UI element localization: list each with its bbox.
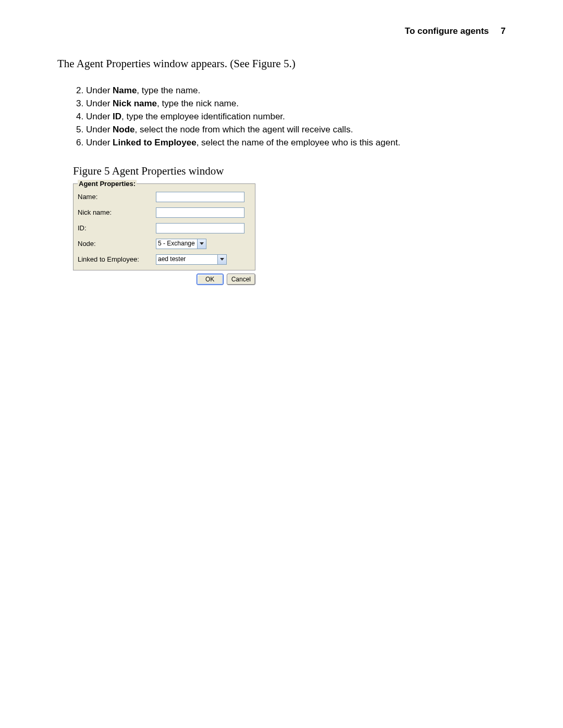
step-pre: Under	[86, 125, 113, 134]
ok-button[interactable]: OK	[197, 274, 224, 285]
name-input[interactable]	[156, 192, 244, 202]
step-post: , type the employee identification numbe…	[121, 112, 285, 121]
node-dropdown-value: 5 - Exchange	[156, 239, 197, 249]
step-bold: ID	[113, 112, 121, 121]
step-post: , select the name of the employee who is…	[197, 138, 400, 147]
node-label: Node:	[78, 240, 156, 248]
step-pre: Under	[86, 112, 113, 121]
agent-properties-legend: Agent Properties:	[78, 180, 137, 188]
linked-employee-label: Linked to Employee:	[78, 255, 156, 263]
nickname-label: Nick name:	[78, 208, 156, 216]
node-dropdown[interactable]: 5 - Exchange	[156, 239, 206, 249]
figure-caption: Figure 5 Agent Properties window	[73, 165, 506, 178]
step-item: Under Nick name, type the nick name.	[86, 98, 506, 110]
step-bold: Linked to Employee	[113, 138, 197, 147]
agent-properties-panel: Agent Properties: Name: Nick name: ID: N…	[73, 180, 255, 270]
step-post: , type the name.	[137, 85, 200, 95]
page-number: 7	[501, 26, 506, 36]
chevron-down-icon	[217, 255, 226, 264]
step-pre: Under	[86, 98, 113, 108]
header-title: To configure agents	[405, 26, 489, 36]
cancel-button[interactable]: Cancel	[227, 274, 255, 285]
nickname-input[interactable]	[156, 207, 244, 218]
step-pre: Under	[86, 138, 113, 147]
step-post: , select the node from which the agent w…	[135, 125, 353, 134]
name-label: Name:	[78, 193, 156, 201]
step-bold: Name	[113, 85, 137, 95]
page-header: To configure agents 7	[57, 26, 506, 36]
chevron-down-icon	[197, 239, 206, 249]
id-input[interactable]	[156, 223, 244, 233]
step-post: , type the nick name.	[157, 98, 239, 108]
step-bold: Node	[113, 125, 135, 134]
linked-employee-dropdown[interactable]: aed tester	[156, 254, 227, 265]
step-list: Under Name, type the name.Under Nick nam…	[57, 85, 506, 149]
id-label: ID:	[78, 224, 156, 232]
step-item: Under Linked to Employee, select the nam…	[86, 137, 506, 149]
step-item: Under Name, type the name.	[86, 85, 506, 97]
intro-text: The Agent Properties window appears. (Se…	[57, 57, 506, 70]
step-item: Under Node, select the node from which t…	[86, 124, 506, 136]
step-pre: Under	[86, 85, 113, 95]
step-item: Under ID, type the employee identificati…	[86, 111, 506, 123]
step-bold: Nick name	[113, 98, 157, 108]
linked-employee-dropdown-value: aed tester	[156, 255, 217, 264]
